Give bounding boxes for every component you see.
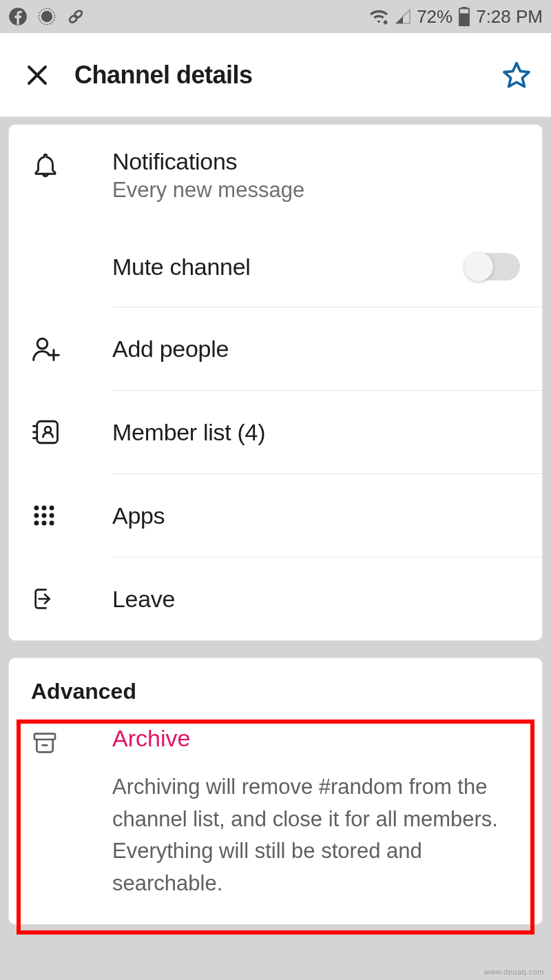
watermark: www.deuaq.com xyxy=(484,968,544,976)
leave-label: Leave xyxy=(112,586,520,613)
svg-point-11 xyxy=(37,338,48,349)
settings-card: Notifications Every new message Mute cha… xyxy=(8,124,543,641)
notifications-title: Notifications xyxy=(112,148,520,175)
svg-point-2 xyxy=(41,11,52,22)
add-person-icon xyxy=(31,334,61,364)
advanced-card: Advanced Archive Archiving will remove #… xyxy=(8,657,543,925)
svg-point-24 xyxy=(50,513,54,518)
archive-row[interactable]: Archive Archiving will remove #random fr… xyxy=(9,711,542,924)
svg-point-3 xyxy=(68,14,78,24)
contacts-icon xyxy=(31,418,60,447)
advanced-header: Advanced xyxy=(9,658,542,711)
apps-row[interactable]: Apps xyxy=(9,474,542,557)
svg-point-4 xyxy=(73,10,83,19)
svg-point-26 xyxy=(42,521,47,526)
bell-icon xyxy=(31,151,60,180)
signal-app-icon xyxy=(37,7,56,26)
add-people-row[interactable]: Add people xyxy=(9,307,542,390)
mute-channel-label: Mute channel xyxy=(112,254,465,280)
svg-point-21 xyxy=(50,505,54,510)
close-button[interactable] xyxy=(25,63,50,88)
app-header: Channel details xyxy=(0,33,551,117)
clock-label: 7:28 PM xyxy=(476,6,543,28)
archive-description: Archiving will remove #random from the c… xyxy=(112,771,520,899)
wifi-icon xyxy=(368,8,389,25)
mute-channel-row: Mute channel xyxy=(9,227,542,307)
archive-title: Archive xyxy=(112,725,520,752)
svg-point-25 xyxy=(34,521,39,526)
svg-marker-10 xyxy=(504,63,529,86)
link-icon xyxy=(66,7,85,26)
cell-signal-icon xyxy=(395,8,411,25)
svg-rect-7 xyxy=(459,13,469,26)
member-list-label: Member list (4) xyxy=(112,419,520,446)
star-button[interactable] xyxy=(501,60,532,90)
facebook-icon xyxy=(8,7,28,26)
svg-rect-29 xyxy=(34,734,55,739)
toggle-knob xyxy=(464,252,493,281)
apps-grid-icon xyxy=(31,502,57,529)
archive-icon xyxy=(31,729,59,757)
star-icon xyxy=(501,60,532,90)
apps-label: Apps xyxy=(112,502,520,529)
battery-percent-label: 72% xyxy=(417,6,453,28)
notifications-subtitle: Every new message xyxy=(112,178,520,203)
status-notification-icons xyxy=(8,7,85,26)
notifications-row[interactable]: Notifications Every new message xyxy=(9,125,542,227)
leave-icon xyxy=(31,585,59,613)
mute-channel-toggle[interactable] xyxy=(465,253,520,280)
page-title: Channel details xyxy=(74,61,501,90)
battery-icon xyxy=(458,7,470,26)
leave-row[interactable]: Leave xyxy=(9,558,542,640)
svg-point-20 xyxy=(42,505,47,510)
svg-point-23 xyxy=(42,513,47,518)
svg-point-19 xyxy=(34,505,39,510)
svg-point-22 xyxy=(34,513,39,518)
android-status-bar: 72% 7:28 PM xyxy=(0,0,551,33)
close-icon xyxy=(25,63,50,88)
add-people-label: Add people xyxy=(112,336,520,363)
member-list-row[interactable]: Member list (4) xyxy=(9,391,542,473)
svg-point-27 xyxy=(50,521,54,526)
